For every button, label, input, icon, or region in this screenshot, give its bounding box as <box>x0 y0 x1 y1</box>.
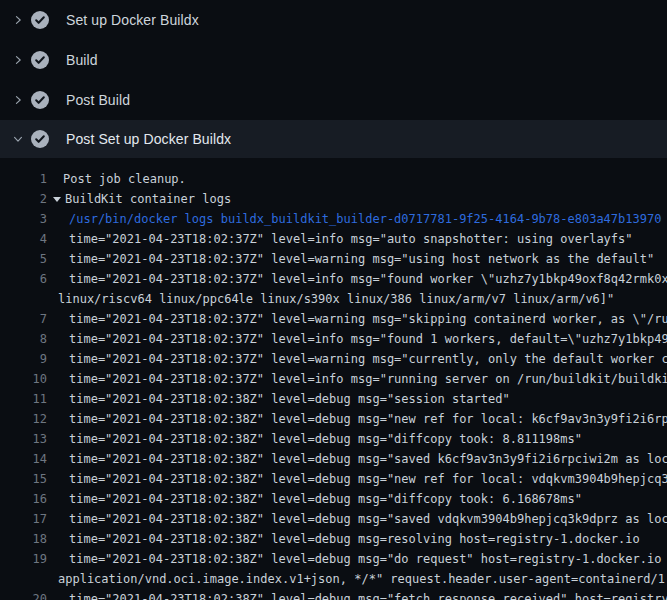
log-text: time="2021-04-23T18:02:37Z" level=info m… <box>69 229 633 249</box>
step-row-post-build[interactable]: Post Build <box>0 80 667 120</box>
log-viewer: 1Post job cleanup.2BuildKit container lo… <box>0 158 667 600</box>
line-number <box>0 289 47 309</box>
line-number[interactable]: 17 <box>0 509 47 529</box>
log-text: time="2021-04-23T18:02:37Z" level=info m… <box>69 269 667 289</box>
log-line: 5time="2021-04-23T18:02:37Z" level=warni… <box>0 249 667 269</box>
line-number[interactable]: 10 <box>0 369 47 389</box>
log-line: 10time="2021-04-23T18:02:37Z" level=info… <box>0 369 667 389</box>
command-text: /usr/bin/docker logs buildx_buildkit_bui… <box>69 209 661 229</box>
line-number[interactable]: 13 <box>0 429 47 449</box>
log-line: 11time="2021-04-23T18:02:38Z" level=debu… <box>0 389 667 409</box>
log-line: 3/usr/bin/docker logs buildx_buildkit_bu… <box>0 209 667 229</box>
line-number[interactable]: 7 <box>0 309 47 329</box>
step-label: Build <box>66 52 98 68</box>
chevron-right-icon <box>12 54 24 66</box>
log-text: linux/riscv64 linux/ppc64le linux/s390x … <box>58 289 614 309</box>
log-text: Post job cleanup. <box>63 169 186 189</box>
line-number[interactable]: 19 <box>0 549 47 569</box>
log-line: 12time="2021-04-23T18:02:38Z" level=debu… <box>0 409 667 429</box>
log-text: time="2021-04-23T18:02:38Z" level=debug … <box>69 549 667 569</box>
log-text: time="2021-04-23T18:02:37Z" level=warnin… <box>69 349 667 369</box>
step-row-set-up-docker-buildx[interactable]: Set up Docker Buildx <box>0 0 667 40</box>
log-line: 18time="2021-04-23T18:02:38Z" level=debu… <box>0 529 667 549</box>
chevron-right-icon <box>12 14 24 26</box>
line-number <box>0 569 47 589</box>
line-number[interactable]: 9 <box>0 349 47 369</box>
log-line: 19time="2021-04-23T18:02:38Z" level=debu… <box>0 549 667 569</box>
line-number[interactable]: 3 <box>0 209 47 229</box>
log-line: linux/riscv64 linux/ppc64le linux/s390x … <box>0 289 667 309</box>
line-number[interactable]: 20 <box>0 589 47 600</box>
step-row-post-set-up-docker-buildx[interactable]: Post Set up Docker Buildx <box>0 120 667 158</box>
line-number[interactable]: 11 <box>0 389 47 409</box>
line-number[interactable]: 18 <box>0 529 47 549</box>
step-label: Set up Docker Buildx <box>66 12 199 28</box>
step-row-build[interactable]: Build <box>0 40 667 80</box>
line-number[interactable]: 4 <box>0 229 47 249</box>
log-line: 17time="2021-04-23T18:02:38Z" level=debu… <box>0 509 667 529</box>
log-text: time="2021-04-23T18:02:38Z" level=debug … <box>69 589 667 600</box>
log-line: 1Post job cleanup. <box>0 169 667 189</box>
step-label: Post Set up Docker Buildx <box>66 131 231 147</box>
check-circle-icon <box>31 130 49 148</box>
check-circle-icon <box>31 91 49 109</box>
log-line: 15time="2021-04-23T18:02:38Z" level=debu… <box>0 469 667 489</box>
log-line: 4time="2021-04-23T18:02:37Z" level=info … <box>0 229 667 249</box>
log-line: 14time="2021-04-23T18:02:38Z" level=debu… <box>0 449 667 469</box>
line-number[interactable]: 12 <box>0 409 47 429</box>
line-number[interactable]: 1 <box>0 169 47 189</box>
log-text: BuildKit container logs <box>65 189 231 209</box>
log-text: application/vnd.oci.image.index.v1+json,… <box>58 569 667 589</box>
log-line: 20time="2021-04-23T18:02:38Z" level=debu… <box>0 589 667 600</box>
line-number[interactable]: 14 <box>0 449 47 469</box>
log-text: time="2021-04-23T18:02:38Z" level=debug … <box>69 509 667 529</box>
log-line: 13time="2021-04-23T18:02:38Z" level=debu… <box>0 429 667 449</box>
chevron-right-icon <box>12 94 24 106</box>
log-line: 16time="2021-04-23T18:02:38Z" level=debu… <box>0 489 667 509</box>
log-text: time="2021-04-23T18:02:37Z" level=warnin… <box>69 249 654 269</box>
log-lines: 1Post job cleanup.2BuildKit container lo… <box>0 169 667 600</box>
step-list: Set up Docker Buildx Build Post Build Po… <box>0 0 667 158</box>
line-number[interactable]: 16 <box>0 489 47 509</box>
line-number[interactable]: 6 <box>0 269 47 289</box>
log-text: time="2021-04-23T18:02:37Z" level=info m… <box>69 329 667 349</box>
line-number[interactable]: 5 <box>0 249 47 269</box>
log-text: time="2021-04-23T18:02:38Z" level=debug … <box>69 489 582 509</box>
log-text: time="2021-04-23T18:02:38Z" level=debug … <box>69 529 640 549</box>
log-line: 7time="2021-04-23T18:02:37Z" level=warni… <box>0 309 667 329</box>
log-line: 9time="2021-04-23T18:02:37Z" level=warni… <box>0 349 667 369</box>
log-text: time="2021-04-23T18:02:38Z" level=debug … <box>69 429 582 449</box>
log-text: time="2021-04-23T18:02:37Z" level=warnin… <box>69 309 667 329</box>
collapse-triangle-icon[interactable] <box>53 197 61 202</box>
log-line: 2BuildKit container logs <box>0 189 667 209</box>
log-line: application/vnd.oci.image.index.v1+json,… <box>0 569 667 589</box>
step-label: Post Build <box>66 92 130 108</box>
log-line: 8time="2021-04-23T18:02:37Z" level=info … <box>0 329 667 349</box>
log-text: time="2021-04-23T18:02:38Z" level=debug … <box>69 449 667 469</box>
log-text: time="2021-04-23T18:02:38Z" level=debug … <box>69 469 667 489</box>
line-number[interactable]: 8 <box>0 329 47 349</box>
line-number[interactable]: 2 <box>0 189 47 209</box>
log-text: time="2021-04-23T18:02:37Z" level=info m… <box>69 369 667 389</box>
log-text: time="2021-04-23T18:02:38Z" level=debug … <box>69 389 510 409</box>
log-line: 6time="2021-04-23T18:02:37Z" level=info … <box>0 269 667 289</box>
check-circle-icon <box>31 11 49 29</box>
check-circle-icon <box>31 51 49 69</box>
chevron-down-icon <box>12 133 24 145</box>
line-number[interactable]: 15 <box>0 469 47 489</box>
log-text: time="2021-04-23T18:02:38Z" level=debug … <box>69 409 667 429</box>
